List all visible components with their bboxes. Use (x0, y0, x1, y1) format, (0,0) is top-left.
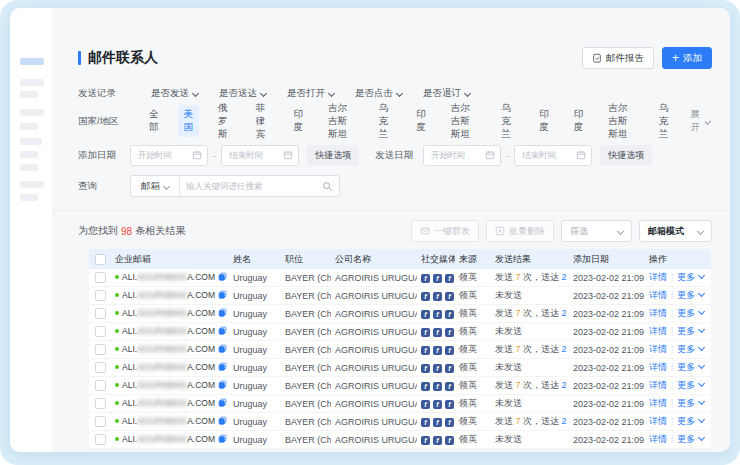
detail-link[interactable]: 详情 (649, 290, 667, 300)
country-option[interactable]: 俄罗斯 (212, 99, 237, 144)
copy-icon[interactable] (218, 308, 227, 319)
facebook-icon[interactable]: f (421, 346, 430, 355)
copy-icon[interactable] (218, 344, 227, 355)
country-option[interactable]: 吉尔吉斯斯坦 (322, 99, 360, 144)
search-icon[interactable] (322, 181, 333, 192)
query-type-select[interactable]: 邮箱 (131, 176, 180, 196)
facebook-icon[interactable]: f (421, 274, 430, 283)
country-option[interactable]: 乌克兰 (653, 99, 678, 144)
copy-icon[interactable] (218, 434, 227, 445)
facebook-icon[interactable]: f (445, 418, 454, 427)
end-time-field[interactable] (227, 149, 283, 161)
facebook-icon[interactable]: f (421, 418, 430, 427)
more-link[interactable]: 更多 (677, 380, 704, 390)
country-option[interactable]: 印度 (288, 105, 310, 137)
add-date-end-input[interactable] (221, 145, 299, 166)
start-time-field[interactable] (429, 149, 485, 161)
country-option[interactable]: 吉尔吉斯斯坦 (602, 99, 640, 144)
country-option[interactable]: 乌克兰 (495, 99, 520, 144)
detail-link[interactable]: 详情 (649, 326, 667, 336)
facebook-icon[interactable]: f (445, 436, 454, 445)
facebook-icon[interactable]: f (445, 328, 454, 337)
detail-link[interactable]: 详情 (649, 308, 667, 318)
more-link[interactable]: 更多 (677, 416, 704, 426)
detail-link[interactable]: 详情 (649, 398, 667, 408)
facebook-icon[interactable]: f (433, 436, 442, 445)
facebook-icon[interactable]: f (421, 292, 430, 301)
country-option[interactable]: 乌克兰 (373, 99, 398, 144)
country-option[interactable]: 吉尔吉斯斯坦 (445, 99, 483, 144)
facebook-icon[interactable]: f (421, 382, 430, 391)
select-all-checkbox[interactable] (95, 254, 106, 265)
facebook-icon[interactable]: f (421, 400, 430, 409)
more-link[interactable]: 更多 (677, 290, 704, 300)
row-checkbox[interactable] (95, 272, 106, 283)
facebook-icon[interactable]: f (421, 328, 430, 337)
more-link[interactable]: 更多 (677, 362, 704, 372)
facebook-icon[interactable]: f (433, 400, 442, 409)
copy-icon[interactable] (218, 362, 227, 373)
row-checkbox[interactable] (95, 308, 106, 319)
quick-options-button[interactable]: 快捷选项 (307, 145, 359, 166)
bulk-delete-button[interactable]: 批量删除 (486, 220, 554, 242)
more-link[interactable]: 更多 (677, 434, 704, 444)
more-link[interactable]: 更多 (677, 398, 704, 408)
facebook-icon[interactable]: f (445, 400, 454, 409)
send-date-end-input[interactable] (514, 145, 592, 166)
search-input[interactable] (180, 181, 322, 191)
country-option[interactable]: 印度 (533, 105, 555, 137)
start-time-field[interactable] (136, 149, 192, 161)
country-option[interactable]: 美国 (178, 105, 200, 137)
detail-link[interactable]: 详情 (649, 272, 667, 282)
facebook-icon[interactable]: f (433, 418, 442, 427)
detail-link[interactable]: 详情 (649, 362, 667, 372)
add-button[interactable]: + 添加 (662, 47, 712, 69)
row-checkbox[interactable] (95, 290, 106, 301)
detail-link[interactable]: 详情 (649, 434, 667, 444)
add-date-start-input[interactable] (130, 145, 208, 166)
facebook-icon[interactable]: f (421, 310, 430, 319)
row-checkbox[interactable] (95, 398, 106, 409)
country-option[interactable]: 印度 (410, 105, 432, 137)
bulk-send-button[interactable]: 一键群发 (411, 220, 479, 242)
row-checkbox[interactable] (95, 380, 106, 391)
copy-icon[interactable] (218, 416, 227, 427)
row-checkbox[interactable] (95, 362, 106, 373)
row-checkbox[interactable] (95, 434, 106, 445)
facebook-icon[interactable]: f (433, 364, 442, 373)
row-checkbox[interactable] (95, 344, 106, 355)
expand-link[interactable]: 展开 (690, 108, 710, 134)
facebook-icon[interactable]: f (433, 292, 442, 301)
mode-select[interactable]: 邮箱模式 (639, 220, 712, 242)
more-link[interactable]: 更多 (677, 326, 704, 336)
facebook-icon[interactable]: f (445, 292, 454, 301)
detail-link[interactable]: 详情 (649, 344, 667, 354)
copy-icon[interactable] (218, 398, 227, 409)
mail-report-button[interactable]: 邮件报告 (582, 47, 654, 69)
more-link[interactable]: 更多 (677, 308, 704, 318)
facebook-icon[interactable]: f (433, 328, 442, 337)
send-record-label[interactable]: 发送记录 (78, 87, 120, 100)
copy-icon[interactable] (218, 326, 227, 337)
detail-link[interactable]: 详情 (649, 380, 667, 390)
copy-icon[interactable] (218, 272, 227, 283)
facebook-icon[interactable]: f (421, 436, 430, 445)
more-link[interactable]: 更多 (677, 272, 704, 282)
facebook-icon[interactable]: f (445, 364, 454, 373)
row-checkbox[interactable] (95, 326, 106, 337)
country-option[interactable]: 菲律宾 (250, 99, 275, 144)
facebook-icon[interactable]: f (445, 274, 454, 283)
send-date-start-input[interactable] (423, 145, 501, 166)
row-checkbox[interactable] (95, 416, 106, 427)
facebook-icon[interactable]: f (433, 274, 442, 283)
end-time-field[interactable] (520, 149, 576, 161)
facebook-icon[interactable]: f (445, 346, 454, 355)
facebook-icon[interactable]: f (433, 382, 442, 391)
country-option[interactable]: 印度 (568, 105, 590, 137)
copy-icon[interactable] (218, 290, 227, 301)
quick-options-button[interactable]: 快捷选项 (600, 145, 652, 166)
facebook-icon[interactable]: f (433, 310, 442, 319)
facebook-icon[interactable]: f (445, 382, 454, 391)
copy-icon[interactable] (218, 380, 227, 391)
facebook-icon[interactable]: f (445, 310, 454, 319)
